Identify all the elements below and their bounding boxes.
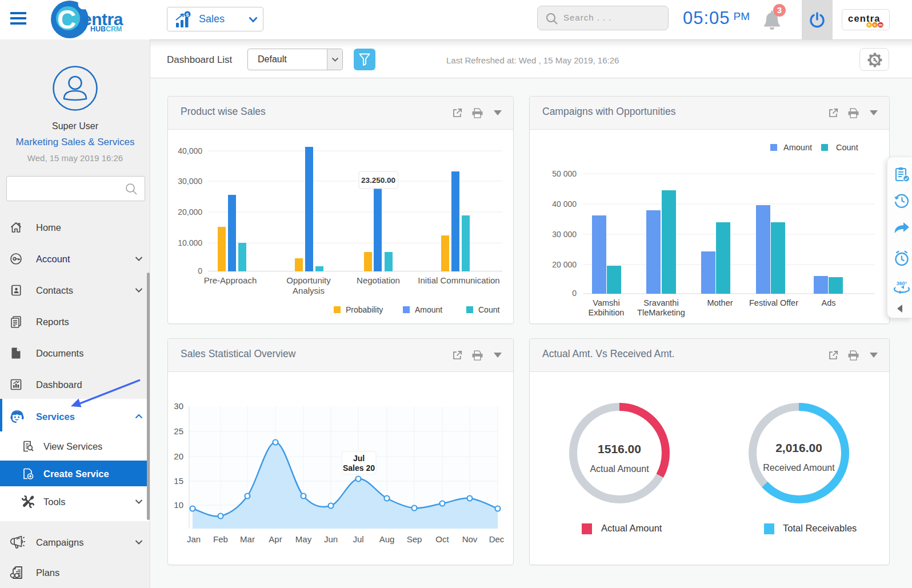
svg-text:30 000: 30 000: [552, 230, 577, 239]
svg-text:Feb: Feb: [213, 534, 228, 544]
svg-text:Nov: Nov: [462, 534, 478, 544]
svg-text:Ads: Ads: [822, 298, 836, 307]
svg-text:Received Amount: Received Amount: [763, 463, 835, 473]
svg-text:Aug: Aug: [379, 534, 395, 544]
svg-text:30,000: 30,000: [178, 177, 202, 186]
svg-text:Total Receivables: Total Receivables: [783, 523, 857, 533]
svg-text:Jul: Jul: [353, 534, 363, 544]
svg-text:Exbihition: Exbihition: [589, 308, 625, 317]
svg-text:360°: 360°: [897, 281, 907, 286]
svg-text:20 000: 20 000: [552, 260, 577, 269]
svg-text:Jun: Jun: [324, 534, 338, 544]
svg-text:CRM: CRM: [106, 25, 122, 33]
svg-text:20: 20: [174, 451, 183, 461]
svg-text:1516.00: 1516.00: [598, 442, 641, 455]
svg-text:Actual Amount: Actual Amount: [601, 523, 662, 533]
svg-text:Count: Count: [836, 143, 858, 152]
svg-text:Pre-Approach: Pre-Approach: [204, 275, 257, 285]
svg-text:Jul: Jul: [353, 454, 365, 463]
svg-text:Mother: Mother: [707, 298, 733, 307]
svg-text:50 000: 50 000: [552, 169, 577, 178]
svg-text:HUB: HUB: [90, 25, 106, 33]
svg-text:10: 10: [174, 500, 183, 510]
svg-text:0: 0: [572, 289, 577, 298]
svg-text:Actual Amount: Actual Amount: [590, 464, 649, 474]
svg-text:Sales 20: Sales 20: [343, 463, 375, 473]
svg-text:10.000: 10.000: [178, 238, 202, 247]
svg-text:c: c: [874, 22, 876, 27]
svg-text:15: 15: [174, 476, 183, 486]
svg-text:Amount: Amount: [415, 305, 442, 314]
svg-text:Probability: Probability: [346, 305, 383, 314]
svg-text:Sep: Sep: [407, 534, 422, 544]
svg-text:Vamshi: Vamshi: [593, 298, 619, 307]
svg-text:C: C: [57, 5, 76, 34]
svg-text:23.250.00: 23.250.00: [361, 176, 395, 185]
svg-text:m: m: [879, 22, 883, 27]
svg-text:Dec: Dec: [489, 534, 505, 544]
svg-text:Apr: Apr: [269, 534, 282, 544]
svg-text:40 000: 40 000: [552, 199, 577, 209]
svg-text:20,000: 20,000: [178, 207, 202, 217]
svg-text:30: 30: [174, 401, 183, 411]
svg-text:Negotiation: Negotiation: [357, 275, 400, 285]
svg-text:h: h: [868, 22, 871, 27]
svg-text:25: 25: [174, 426, 183, 436]
svg-text:3: 3: [777, 5, 782, 15]
svg-text:2,016.00: 2,016.00: [775, 441, 822, 454]
svg-text:May: May: [295, 534, 312, 544]
svg-text:Initial Communication: Initial Communication: [418, 275, 499, 285]
svg-text:0: 0: [198, 266, 202, 275]
svg-text:Jan: Jan: [187, 534, 201, 544]
svg-text:Festival Offer: Festival Offer: [749, 298, 798, 307]
svg-text:Opportunity: Opportunity: [286, 275, 331, 285]
svg-text:centra: centra: [848, 13, 881, 23]
svg-text:Amount: Amount: [783, 143, 812, 152]
svg-text:40,000: 40,000: [178, 146, 202, 155]
svg-text:Count: Count: [478, 305, 499, 314]
svg-text:$: $: [186, 11, 189, 18]
svg-text:Analysis: Analysis: [293, 286, 325, 295]
svg-text:Sravanthi: Sravanthi: [643, 298, 678, 307]
svg-text:TleMarketing: TleMarketing: [637, 308, 685, 317]
svg-text:Mar: Mar: [240, 534, 255, 544]
svg-text:Oct: Oct: [435, 534, 449, 544]
